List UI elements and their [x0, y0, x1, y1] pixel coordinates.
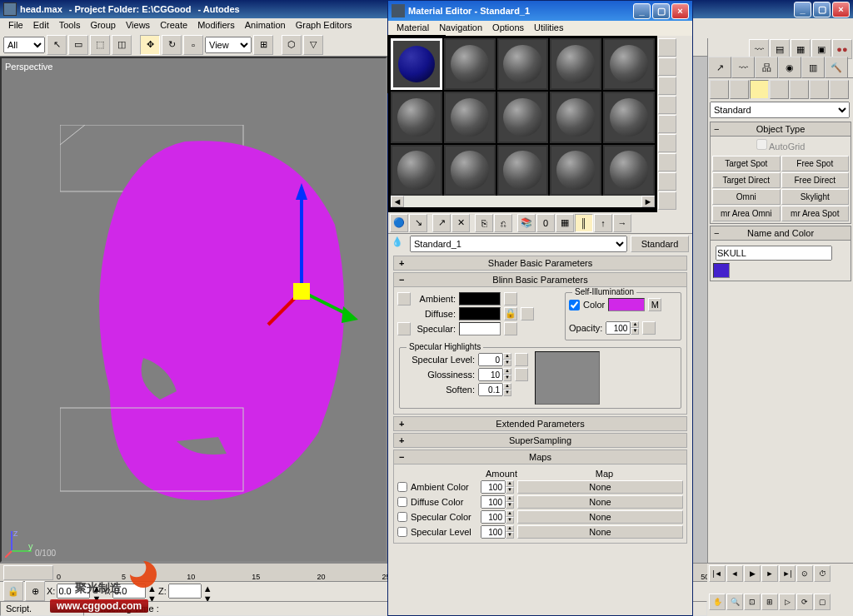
material-slot-2[interactable]	[444, 38, 496, 90]
specular-map-button[interactable]	[504, 322, 517, 335]
show-in-viewport-icon[interactable]: ▦	[556, 214, 574, 232]
zoom-all-icon[interactable]: ⊡	[744, 594, 761, 610]
snap-toggle-icon[interactable]: ⬡	[282, 35, 302, 55]
lights-icon[interactable]	[750, 80, 769, 99]
spacewarps-icon[interactable]	[810, 80, 829, 99]
spec-level-spinner[interactable]: ▲▼	[478, 353, 511, 366]
zoom-icon[interactable]: 🔍	[726, 594, 743, 610]
opacity-map-button[interactable]	[642, 321, 656, 335]
menu-group[interactable]: Group	[85, 20, 121, 32]
put-to-library-icon[interactable]: 📚	[517, 214, 536, 232]
material-slot-3[interactable]	[497, 38, 549, 90]
target-direct-button[interactable]: Target Direct	[712, 172, 781, 188]
material-type-button[interactable]: Standard	[631, 236, 689, 252]
selection-filter-dropdown[interactable]: All	[3, 37, 45, 53]
specular-color-map-checkbox[interactable]	[397, 512, 407, 522]
free-spot-button[interactable]: Free Spot	[781, 156, 850, 171]
systems-icon[interactable]	[830, 80, 849, 99]
time-slider[interactable]	[3, 565, 53, 580]
ambient-color-map-button[interactable]: None	[517, 480, 683, 494]
mat-menu-material[interactable]: Material	[392, 22, 434, 34]
pan-icon[interactable]: ✋	[709, 594, 726, 610]
diffuse-color-map-button[interactable]: None	[517, 495, 683, 509]
move-tool-icon[interactable]: ✥	[140, 35, 160, 55]
specular-color-amount-spinner[interactable]: ▲▼	[481, 510, 514, 524]
material-editor-titlebar[interactable]: Material Editor - Standard_1 _ ▢ ×	[388, 1, 692, 21]
diffuse-lock-icon[interactable]: 🔒	[504, 307, 517, 320]
reset-map-icon[interactable]: ✕	[451, 214, 470, 232]
helpers-icon[interactable]	[790, 80, 809, 99]
select-object-icon[interactable]: ↖	[47, 35, 67, 55]
scale-tool-icon[interactable]: ▫	[183, 35, 203, 55]
motion-tab-icon[interactable]: ◉	[778, 57, 801, 78]
material-rollouts[interactable]: +Shader Basic Parameters −Blinn Basic Pa…	[388, 254, 692, 604]
soften-spinner[interactable]: ▲▼	[478, 383, 511, 396]
show-end-result-icon[interactable]: ║	[575, 214, 593, 232]
mat-menu-navigation[interactable]: Navigation	[434, 22, 487, 34]
maximize-button[interactable]: ▢	[813, 2, 831, 17]
omni-button[interactable]: Omni	[712, 189, 781, 205]
supersampling-rollout-header[interactable]: +SuperSampling	[393, 433, 687, 448]
sample-uv-icon[interactable]	[658, 96, 676, 114]
spec-level-map-button[interactable]	[515, 353, 528, 366]
make-preview-icon[interactable]	[658, 134, 676, 152]
prev-frame-icon[interactable]: ◄	[726, 565, 743, 582]
material-id-icon[interactable]: 0	[536, 214, 555, 232]
ambient-map-button[interactable]	[504, 292, 517, 306]
lock-selection-icon[interactable]: 🔒	[3, 581, 23, 601]
diffuse-color-swatch[interactable]	[459, 307, 501, 320]
extended-params-rollout-header[interactable]: +Extended Parameters	[393, 416, 687, 431]
material-slot-9[interactable]	[550, 92, 601, 143]
next-frame-icon[interactable]: ►	[761, 565, 778, 582]
absolute-mode-icon[interactable]: ⊕	[25, 581, 45, 601]
options-icon[interactable]	[658, 153, 676, 171]
mr-area-omni-button[interactable]: mr Area Omni	[712, 206, 781, 221]
skylight-button[interactable]: Skylight	[781, 189, 850, 205]
eyedropper-icon[interactable]: 💧	[392, 236, 407, 251]
create-tab-icon[interactable]: ↗	[708, 57, 731, 78]
close-button[interactable]: ×	[832, 2, 850, 17]
sample-type-icon[interactable]	[658, 38, 676, 57]
get-material-icon[interactable]: 🔵	[390, 214, 408, 232]
put-to-scene-icon[interactable]: ↘	[409, 214, 427, 232]
select-window-icon[interactable]: ◫	[112, 35, 132, 55]
make-copy-icon[interactable]: ⎘	[475, 214, 493, 232]
name-color-rollout-header[interactable]: −Name and Color	[711, 226, 851, 241]
scroll-right-icon[interactable]: ►	[641, 196, 655, 207]
goto-start-icon[interactable]: |◄	[709, 565, 726, 582]
specular-level-map-checkbox[interactable]	[397, 527, 407, 537]
mat-close-button[interactable]: ×	[671, 3, 689, 19]
assign-to-selection-icon[interactable]: ↗	[432, 214, 451, 232]
make-unique-icon[interactable]: ⎌	[494, 214, 512, 232]
specular-lock-icon[interactable]	[397, 322, 411, 335]
ambient-lock-icon[interactable]	[397, 292, 411, 306]
backlight-icon[interactable]	[658, 57, 676, 76]
object-name-input[interactable]	[716, 246, 832, 261]
ambient-color-amount-spinner[interactable]: ▲▼	[481, 480, 514, 494]
shapes-icon[interactable]	[730, 80, 749, 99]
rotate-tool-icon[interactable]: ↻	[162, 35, 182, 55]
material-slot-14[interactable]	[550, 145, 601, 196]
material-slot-6[interactable]	[391, 92, 442, 143]
blinn-basic-rollout-header[interactable]: −Blinn Basic Parameters	[393, 272, 687, 287]
zoom-extents-icon[interactable]: ⊞	[761, 594, 778, 610]
material-slot-7[interactable]	[444, 92, 496, 143]
shader-basic-rollout-header[interactable]: +Shader Basic Parameters	[393, 256, 687, 271]
menu-edit[interactable]: Edit	[28, 20, 54, 32]
video-check-icon[interactable]	[658, 115, 676, 133]
target-spot-button[interactable]: Target Spot	[712, 156, 781, 171]
menu-modifiers[interactable]: Modifiers	[192, 20, 240, 32]
select-rect-icon[interactable]: ⬚	[90, 35, 110, 55]
play-icon[interactable]: ▶	[744, 565, 761, 582]
geometry-icon[interactable]	[710, 80, 729, 99]
maps-rollout-header[interactable]: −Maps	[393, 450, 687, 464]
menu-views[interactable]: Views	[121, 20, 155, 32]
mat-maximize-button[interactable]: ▢	[652, 3, 670, 19]
material-slot-10[interactable]	[603, 92, 655, 143]
modify-tab-icon[interactable]: 〰	[731, 57, 755, 78]
create-subcategory-dropdown[interactable]: Standard	[710, 102, 850, 118]
key-mode-icon[interactable]: ⊙	[796, 565, 813, 582]
diffuse-color-map-checkbox[interactable]	[397, 497, 407, 507]
diffuse-color-amount-spinner[interactable]: ▲▼	[481, 495, 514, 509]
material-slot-8[interactable]	[497, 92, 549, 143]
